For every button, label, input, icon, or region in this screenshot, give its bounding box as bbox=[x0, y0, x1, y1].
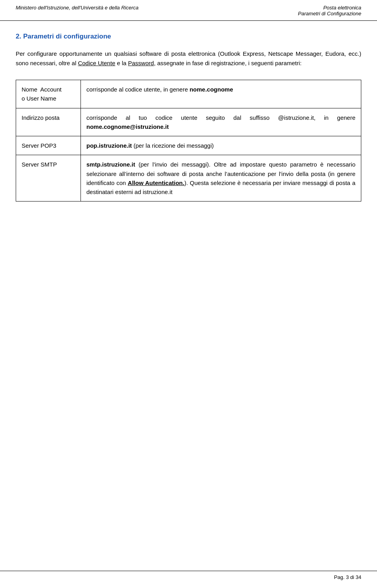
table-row: Nome Accounto User Name corrisponde al c… bbox=[16, 80, 361, 108]
row2-label: Indirizzo posta bbox=[16, 108, 81, 136]
config-table: Nome Accounto User Name corrisponde al c… bbox=[16, 80, 361, 201]
password-ref: Password bbox=[128, 60, 154, 66]
row1-value: corrisponde al codice utente, in genere … bbox=[81, 80, 361, 108]
page-footer: Pag. 3 di 34 bbox=[0, 571, 377, 580]
email-example: nome.cognome@istruzione.it bbox=[86, 123, 169, 130]
row3-value: pop.istruzione.it (per la ricezione dei … bbox=[81, 136, 361, 155]
allow-autentication-ref: Allow Autentication. bbox=[128, 180, 184, 186]
row1-label: Nome Accounto User Name bbox=[16, 80, 81, 108]
row2-value: corrisponde al tuo codice utente seguito… bbox=[81, 108, 361, 136]
page-content: 2. Parametri di configurazione Per confi… bbox=[0, 21, 377, 241]
header-right-line1: Posta elettronica bbox=[298, 5, 361, 11]
table-row: Indirizzo posta corrisponde al tuo codic… bbox=[16, 108, 361, 136]
header-right-line2: Parametri di Configurazione bbox=[298, 11, 361, 16]
page-header: Ministero dell'Istruzione, dell'Universi… bbox=[0, 0, 377, 21]
smtp-server: smtp.istruzione.it bbox=[86, 161, 135, 168]
table-row: Server POP3 pop.istruzione.it (per la ri… bbox=[16, 136, 361, 155]
nome-cognome-ref: nome.cognome bbox=[190, 86, 233, 93]
intro-paragraph: Per configurare opportunamente un qualsi… bbox=[16, 49, 361, 68]
row3-label: Server POP3 bbox=[16, 136, 81, 155]
header-left-text: Ministero dell'Istruzione, dell'Universi… bbox=[16, 5, 139, 11]
codice-utente-ref: Codice Utente bbox=[78, 60, 115, 66]
section-title: 2. Parametri di configurazione bbox=[16, 33, 361, 40]
row4-value: smtp.istruzione.it (per l’invio dei mess… bbox=[81, 155, 361, 201]
row4-label: Server SMTP bbox=[16, 155, 81, 201]
footer-page-number: Pag. 3 di 34 bbox=[334, 574, 361, 580]
header-right-text: Posta elettronica Parametri di Configura… bbox=[298, 5, 361, 16]
table-row: Server SMTP smtp.istruzione.it (per l’in… bbox=[16, 155, 361, 201]
pop3-server: pop.istruzione.it bbox=[86, 142, 132, 149]
